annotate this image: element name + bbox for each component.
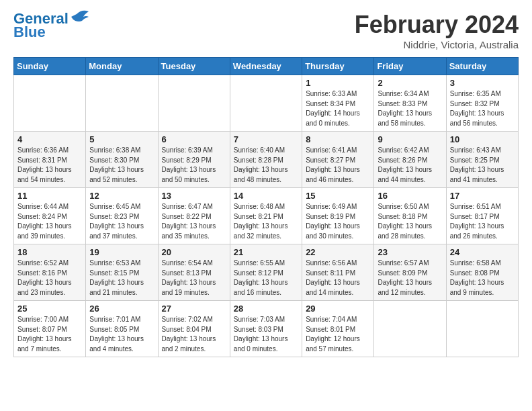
header-wednesday: Wednesday xyxy=(230,58,302,75)
day-info: Sunrise: 6:44 AM Sunset: 8:24 PM Dayligh… xyxy=(17,202,82,241)
calendar-cell: 6Sunrise: 6:39 AM Sunset: 8:29 PM Daylig… xyxy=(158,132,230,188)
day-number: 17 xyxy=(450,191,515,201)
day-info: Sunrise: 6:52 AM Sunset: 8:16 PM Dayligh… xyxy=(17,259,82,298)
calendar-cell: 28Sunrise: 7:03 AM Sunset: 8:03 PM Dayli… xyxy=(230,301,302,357)
calendar-cell: 14Sunrise: 6:48 AM Sunset: 8:21 PM Dayli… xyxy=(230,188,302,244)
week-row-1: 1Sunrise: 6:33 AM Sunset: 8:34 PM Daylig… xyxy=(14,75,519,132)
day-info: Sunrise: 6:57 AM Sunset: 8:09 PM Dayligh… xyxy=(378,259,442,298)
day-number: 14 xyxy=(234,191,298,201)
day-number: 7 xyxy=(234,134,298,144)
day-info: Sunrise: 6:55 AM Sunset: 8:12 PM Dayligh… xyxy=(234,259,298,298)
day-info: Sunrise: 6:33 AM Sunset: 8:34 PM Dayligh… xyxy=(306,89,370,128)
day-number: 3 xyxy=(450,78,515,88)
day-info: Sunrise: 6:53 AM Sunset: 8:15 PM Dayligh… xyxy=(89,259,154,298)
calendar-cell: 10Sunrise: 6:43 AM Sunset: 8:25 PM Dayli… xyxy=(446,132,518,188)
calendar-cell: 3Sunrise: 6:35 AM Sunset: 8:32 PM Daylig… xyxy=(446,75,518,132)
header-sunday: Sunday xyxy=(14,58,86,75)
day-info: Sunrise: 7:02 AM Sunset: 8:04 PM Dayligh… xyxy=(162,315,226,354)
calendar-cell: 29Sunrise: 7:04 AM Sunset: 8:01 PM Dayli… xyxy=(302,301,374,357)
day-number: 11 xyxy=(17,191,82,201)
day-number: 4 xyxy=(17,134,82,144)
day-number: 24 xyxy=(450,247,515,257)
week-row-4: 18Sunrise: 6:52 AM Sunset: 8:16 PM Dayli… xyxy=(14,244,519,301)
day-info: Sunrise: 6:34 AM Sunset: 8:33 PM Dayligh… xyxy=(378,89,442,128)
day-number: 25 xyxy=(17,304,82,314)
day-info: Sunrise: 6:40 AM Sunset: 8:28 PM Dayligh… xyxy=(234,146,298,185)
day-info: Sunrise: 6:49 AM Sunset: 8:19 PM Dayligh… xyxy=(306,202,370,241)
day-number: 9 xyxy=(378,134,442,144)
day-info: Sunrise: 6:39 AM Sunset: 8:29 PM Dayligh… xyxy=(162,146,226,185)
day-number: 8 xyxy=(306,134,370,144)
day-info: Sunrise: 6:56 AM Sunset: 8:11 PM Dayligh… xyxy=(306,259,370,298)
calendar-cell: 19Sunrise: 6:53 AM Sunset: 8:15 PM Dayli… xyxy=(86,244,158,301)
day-number: 12 xyxy=(89,191,154,201)
calendar-cell: 2Sunrise: 6:34 AM Sunset: 8:33 PM Daylig… xyxy=(374,75,446,132)
day-info: Sunrise: 7:00 AM Sunset: 8:07 PM Dayligh… xyxy=(17,315,82,354)
calendar-cell: 12Sunrise: 6:45 AM Sunset: 8:23 PM Dayli… xyxy=(86,188,158,244)
day-number: 13 xyxy=(162,191,226,201)
day-info: Sunrise: 6:41 AM Sunset: 8:27 PM Dayligh… xyxy=(306,146,370,185)
day-info: Sunrise: 7:03 AM Sunset: 8:03 PM Dayligh… xyxy=(234,315,298,354)
week-row-2: 4Sunrise: 6:36 AM Sunset: 8:31 PM Daylig… xyxy=(14,132,519,188)
month-title: February 2024 xyxy=(355,11,519,39)
day-info: Sunrise: 6:42 AM Sunset: 8:26 PM Dayligh… xyxy=(378,146,442,185)
day-info: Sunrise: 7:01 AM Sunset: 8:05 PM Dayligh… xyxy=(89,315,154,354)
day-info: Sunrise: 6:47 AM Sunset: 8:22 PM Dayligh… xyxy=(162,202,226,241)
calendar-cell xyxy=(158,75,230,132)
calendar-cell: 8Sunrise: 6:41 AM Sunset: 8:27 PM Daylig… xyxy=(302,132,374,188)
week-row-5: 25Sunrise: 7:00 AM Sunset: 8:07 PM Dayli… xyxy=(14,301,519,357)
calendar-cell: 26Sunrise: 7:01 AM Sunset: 8:05 PM Dayli… xyxy=(86,301,158,357)
logo-bird-icon xyxy=(70,9,90,26)
calendar-cell: 23Sunrise: 6:57 AM Sunset: 8:09 PM Dayli… xyxy=(374,244,446,301)
calendar-cell xyxy=(86,75,158,132)
calendar-cell: 7Sunrise: 6:40 AM Sunset: 8:28 PM Daylig… xyxy=(230,132,302,188)
logo-blue-text: Blue xyxy=(13,24,46,40)
day-info: Sunrise: 6:51 AM Sunset: 8:17 PM Dayligh… xyxy=(450,202,515,241)
calendar-cell: 13Sunrise: 6:47 AM Sunset: 8:22 PM Dayli… xyxy=(158,188,230,244)
day-info: Sunrise: 6:48 AM Sunset: 8:21 PM Dayligh… xyxy=(234,202,298,241)
header-row: Sunday Monday Tuesday Wednesday Thursday… xyxy=(14,58,519,75)
day-info: Sunrise: 6:36 AM Sunset: 8:31 PM Dayligh… xyxy=(17,146,82,185)
day-number: 16 xyxy=(378,191,442,201)
day-number: 22 xyxy=(306,247,370,257)
day-number: 1 xyxy=(306,78,370,88)
calendar-cell: 27Sunrise: 7:02 AM Sunset: 8:04 PM Dayli… xyxy=(158,301,230,357)
calendar-cell xyxy=(14,75,86,132)
calendar-cell: 1Sunrise: 6:33 AM Sunset: 8:34 PM Daylig… xyxy=(302,75,374,132)
day-number: 18 xyxy=(17,247,82,257)
calendar-cell xyxy=(446,301,518,357)
header-thursday: Thursday xyxy=(302,58,374,75)
day-number: 10 xyxy=(450,134,515,144)
day-number: 23 xyxy=(378,247,442,257)
day-info: Sunrise: 6:43 AM Sunset: 8:25 PM Dayligh… xyxy=(450,146,515,185)
header-saturday: Saturday xyxy=(446,58,518,75)
location: Niddrie, Victoria, Australia xyxy=(355,39,519,50)
calendar-cell: 24Sunrise: 6:58 AM Sunset: 8:08 PM Dayli… xyxy=(446,244,518,301)
calendar-cell: 16Sunrise: 6:50 AM Sunset: 8:18 PM Dayli… xyxy=(374,188,446,244)
day-info: Sunrise: 6:38 AM Sunset: 8:30 PM Dayligh… xyxy=(89,146,154,185)
calendar-cell xyxy=(230,75,302,132)
day-number: 29 xyxy=(306,304,370,314)
calendar-cell: 21Sunrise: 6:55 AM Sunset: 8:12 PM Dayli… xyxy=(230,244,302,301)
day-info: Sunrise: 6:58 AM Sunset: 8:08 PM Dayligh… xyxy=(450,259,515,298)
day-number: 15 xyxy=(306,191,370,201)
day-number: 21 xyxy=(234,247,298,257)
calendar-cell: 17Sunrise: 6:51 AM Sunset: 8:17 PM Dayli… xyxy=(446,188,518,244)
day-number: 26 xyxy=(89,304,154,314)
logo: General Blue xyxy=(13,11,90,40)
day-number: 2 xyxy=(378,78,442,88)
calendar-cell: 5Sunrise: 6:38 AM Sunset: 8:30 PM Daylig… xyxy=(86,132,158,188)
day-info: Sunrise: 6:35 AM Sunset: 8:32 PM Dayligh… xyxy=(450,89,515,128)
calendar-cell: 4Sunrise: 6:36 AM Sunset: 8:31 PM Daylig… xyxy=(14,132,86,188)
day-number: 5 xyxy=(89,134,154,144)
calendar-cell: 25Sunrise: 7:00 AM Sunset: 8:07 PM Dayli… xyxy=(14,301,86,357)
day-number: 19 xyxy=(89,247,154,257)
calendar-cell: 11Sunrise: 6:44 AM Sunset: 8:24 PM Dayli… xyxy=(14,188,86,244)
calendar-table: Sunday Monday Tuesday Wednesday Thursday… xyxy=(13,57,519,357)
header-monday: Monday xyxy=(86,58,158,75)
calendar-cell xyxy=(374,301,446,357)
header-friday: Friday xyxy=(374,58,446,75)
calendar-cell: 22Sunrise: 6:56 AM Sunset: 8:11 PM Dayli… xyxy=(302,244,374,301)
week-row-3: 11Sunrise: 6:44 AM Sunset: 8:24 PM Dayli… xyxy=(14,188,519,244)
calendar-cell: 20Sunrise: 6:54 AM Sunset: 8:13 PM Dayli… xyxy=(158,244,230,301)
